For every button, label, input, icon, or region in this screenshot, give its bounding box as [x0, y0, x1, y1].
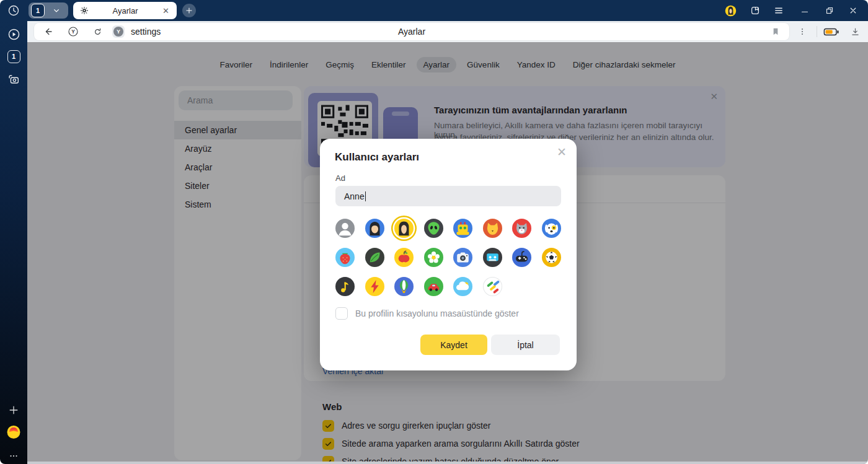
- avatar-fox[interactable]: [483, 219, 502, 238]
- avatar-cloud[interactable]: [453, 277, 472, 296]
- panels-icon[interactable]: [744, 0, 766, 21]
- cancel-button[interactable]: İptal: [491, 335, 560, 355]
- avatar-cassette[interactable]: [483, 248, 502, 267]
- avatar-camera[interactable]: [453, 248, 472, 267]
- tab-bar: 1 Ayarlar ✕: [0, 0, 868, 21]
- play-media-icon[interactable]: [6, 27, 21, 42]
- avatar-flower[interactable]: [424, 248, 443, 267]
- screenshot-icon[interactable]: [6, 72, 21, 87]
- minimize-button[interactable]: [794, 0, 816, 21]
- sidebar-add-icon[interactable]: [6, 403, 21, 418]
- name-value: Anne: [344, 191, 365, 201]
- avatar-gamepad[interactable]: [512, 248, 531, 267]
- site-favicon: Y: [112, 25, 125, 38]
- toolbar: Y Y settings Ayarlar: [27, 21, 868, 42]
- gear-icon: [79, 6, 89, 15]
- tab-group-count: 1: [31, 4, 45, 17]
- yandex-browser-logo[interactable]: [6, 424, 21, 439]
- browser-window: 1 Ayarlar ✕: [0, 0, 868, 464]
- refresh-icon[interactable]: [89, 23, 106, 40]
- chevron-down-icon[interactable]: [45, 6, 68, 15]
- avatar-balloon[interactable]: [394, 277, 414, 296]
- avatar-cat[interactable]: [512, 219, 531, 238]
- avatar-music[interactable]: [335, 277, 355, 296]
- text-caret: [365, 191, 366, 201]
- avatar-football[interactable]: [542, 248, 561, 267]
- avatar-robot[interactable]: [453, 219, 472, 238]
- desktop-shortcut-row[interactable]: Bu profilin kısayolunu masaüstünde göste…: [335, 307, 519, 320]
- address-bar[interactable]: Y Y settings Ayarlar: [34, 23, 789, 40]
- toolbar-divider: [817, 26, 817, 37]
- downloads-icon[interactable]: [846, 23, 864, 40]
- avatar-leaf[interactable]: [365, 248, 384, 267]
- avatar-person[interactable]: [335, 219, 355, 238]
- url-text[interactable]: settings: [131, 23, 161, 40]
- menu-icon[interactable]: [768, 0, 790, 21]
- tab-close-icon[interactable]: ✕: [161, 6, 170, 16]
- sidebar-tab-count: 1: [7, 50, 20, 63]
- avatar-man[interactable]: [365, 219, 384, 238]
- modal-title: Kullanıcı ayarları: [335, 151, 419, 164]
- tab-group-button[interactable]: 1: [29, 2, 68, 19]
- name-field[interactable]: Anne: [335, 186, 561, 206]
- avatar-alien[interactable]: [424, 219, 443, 238]
- bookmark-icon[interactable]: [767, 23, 784, 40]
- desktop-shortcut-checkbox[interactable]: [335, 307, 348, 320]
- history-clock-icon[interactable]: [6, 3, 21, 18]
- profile-avatar[interactable]: [719, 0, 742, 21]
- avatar-woman[interactable]: [394, 219, 414, 238]
- side-panel: 1: [0, 21, 27, 464]
- tabs-panel-icon[interactable]: 1: [6, 49, 21, 64]
- bottom-scroll-strip: [27, 462, 868, 464]
- restore-button[interactable]: [818, 0, 841, 21]
- avatar-lightning[interactable]: [365, 277, 384, 296]
- extensions-menu-icon[interactable]: [794, 23, 811, 40]
- settings-page: FavorilerİndirilenlerGeçmişEklentilerAya…: [27, 42, 868, 464]
- yandex-button-icon[interactable]: Y: [64, 23, 82, 40]
- avatar-car[interactable]: [424, 277, 443, 296]
- svg-text:Y: Y: [71, 28, 75, 35]
- close-button[interactable]: [842, 0, 864, 21]
- new-tab-button[interactable]: [182, 4, 196, 17]
- modal-close-icon[interactable]: ✕: [557, 145, 567, 159]
- avatar-confetti[interactable]: [483, 277, 502, 296]
- battery-icon[interactable]: [821, 23, 842, 40]
- user-settings-modal: ✕ Kullanıcı ayarları Ad Anne Bu profilin…: [320, 139, 577, 370]
- tab-title: Ayarlar: [89, 6, 161, 15]
- name-label: Ad: [335, 173, 345, 183]
- back-icon[interactable]: [39, 23, 56, 40]
- sidebar-more-icon[interactable]: [6, 449, 21, 463]
- avatar-strawberry[interactable]: [335, 248, 355, 267]
- save-button[interactable]: Kaydet: [420, 335, 487, 355]
- avatar-apple[interactable]: [394, 248, 414, 267]
- tab-ayarlar[interactable]: Ayarlar ✕: [73, 2, 177, 19]
- desktop-shortcut-label: Bu profilin kısayolunu masaüstünde göste…: [355, 309, 519, 318]
- avatar-dog[interactable]: [542, 219, 561, 238]
- avatar-grid: [335, 219, 561, 296]
